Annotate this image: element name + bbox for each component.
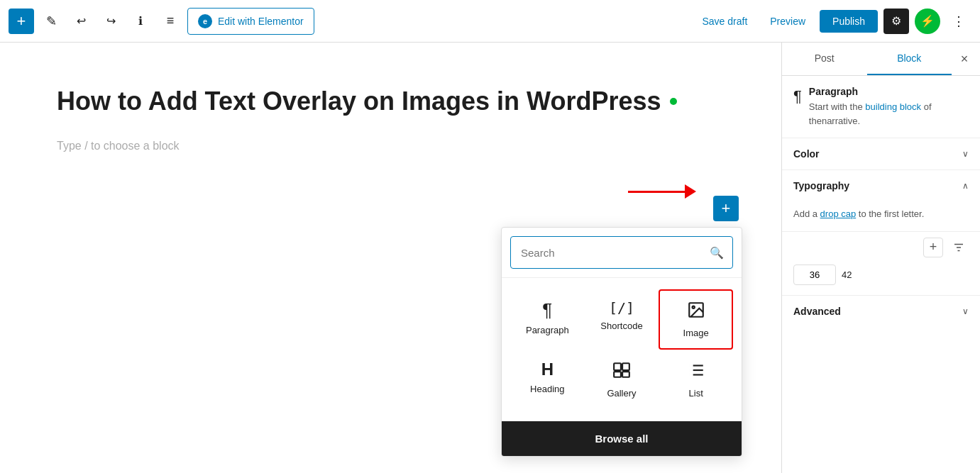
info-button[interactable]: ℹ — [128, 9, 153, 34]
svg-rect-5 — [622, 372, 629, 377]
arrow-head — [685, 184, 696, 199]
color-section-header[interactable]: Color ∨ — [782, 138, 980, 169]
typography-section-header[interactable]: Typography ∧ — [782, 170, 980, 201]
info-icon: ℹ — [138, 14, 143, 28]
sidebar-content: ¶ Paragraph Start with the building bloc… — [782, 76, 980, 473]
image-block-icon — [687, 301, 705, 322]
settings-button[interactable]: ⚙ — [883, 9, 909, 34]
redo-button[interactable]: ↪ — [98, 9, 123, 34]
placeholder-text: Type / to choose a block — [57, 140, 180, 152]
block-grid: ¶ Paragraph [/] Shortcode — [502, 278, 742, 421]
shortcode-block-icon: [/] — [609, 301, 634, 315]
block-item-list[interactable]: List — [659, 350, 733, 410]
typography-controls: + 42 — [782, 232, 980, 295]
arrow-indicator — [628, 184, 696, 199]
main-toolbar: + ✎ ↩ ↪ ℹ ≡ e Edit with Elementor Save d… — [0, 0, 980, 43]
add-typography-button[interactable]: + — [923, 238, 943, 257]
right-sidebar: Post Block × ¶ Paragraph Start with the … — [781, 43, 980, 473]
block-item-image[interactable]: Image — [659, 289, 733, 350]
drop-cap-description: Add a drop cap to the first letter. — [793, 207, 969, 221]
para-desc-end: narrative. — [822, 116, 860, 126]
main-layout: How to Add Text Overlay on Images in Wor… — [0, 43, 980, 473]
lightning-button[interactable]: ⚡ — [915, 9, 940, 34]
browse-all-button[interactable]: Browse all — [502, 421, 742, 456]
add-block-inline-button[interactable]: + — [713, 196, 739, 221]
arrow-line — [628, 191, 685, 193]
sidebar-close-button[interactable]: × — [952, 46, 977, 72]
heading-block-label: Heading — [530, 384, 564, 394]
lightning-icon: ⚡ — [920, 14, 935, 28]
typography-chevron-icon: ∧ — [962, 181, 969, 191]
save-draft-button[interactable]: Save draft — [693, 10, 756, 33]
paragraph-info-text: Paragraph Start with the building block … — [809, 86, 969, 128]
publish-button[interactable]: Publish — [820, 10, 878, 33]
pencil-icon: ✎ — [46, 13, 57, 29]
paragraph-icon: ¶ — [793, 87, 802, 106]
block-item-gallery[interactable]: Gallery — [585, 350, 659, 410]
filter-typography-button[interactable] — [949, 238, 969, 257]
gear-icon: ⚙ — [891, 14, 901, 28]
color-section: Color ∨ — [782, 138, 980, 170]
advanced-chevron-icon: ∨ — [962, 306, 969, 316]
undo-icon: ↩ — [77, 14, 86, 28]
block-search-area: 🔍 — [502, 228, 742, 278]
search-submit-button[interactable]: 🔍 — [701, 237, 732, 268]
preview-button[interactable]: Preview — [761, 10, 814, 33]
add-block-toolbar-button[interactable]: + — [9, 9, 34, 34]
search-icon: 🔍 — [710, 246, 724, 260]
pencil-icon-button[interactable]: ✎ — [38, 9, 64, 34]
tab-block[interactable]: Block — [867, 43, 952, 75]
gallery-block-icon — [612, 361, 631, 382]
list-block-icon — [687, 361, 705, 382]
post-title-text: How to Add Text Overlay on Images in Wor… — [57, 85, 661, 118]
toolbar-left-group: + ✎ ↩ ↪ ℹ ≡ e Edit with Elementor — [9, 8, 689, 35]
paragraph-block-info: ¶ Paragraph Start with the building bloc… — [782, 76, 980, 138]
sidebar-tabs: Post Block × — [782, 43, 980, 76]
more-options-button[interactable]: ⋮ — [946, 9, 971, 34]
block-placeholder[interactable]: Type / to choose a block — [57, 140, 725, 152]
heading-block-icon: H — [541, 361, 554, 378]
svg-rect-2 — [614, 363, 621, 370]
typography-section-title: Typography — [793, 180, 849, 191]
typography-section: Typography ∧ Add a drop cap to the first… — [782, 170, 980, 296]
title-dot — [670, 98, 677, 105]
more-icon: ⋮ — [952, 13, 965, 29]
block-type-popup: 🔍 ¶ Paragraph [/] Shortcode — [501, 227, 742, 457]
undo-button[interactable]: ↩ — [68, 9, 94, 34]
redo-icon: ↪ — [106, 14, 116, 28]
toolbar-right-group: Save draft Preview Publish ⚙ ⚡ ⋮ — [693, 9, 971, 34]
advanced-section[interactable]: Advanced ∨ — [782, 296, 980, 327]
typography-buttons: + — [923, 238, 969, 257]
color-section-title: Color — [793, 148, 820, 160]
paragraph-block-icon: ¶ — [542, 301, 552, 319]
font-size-input[interactable] — [793, 265, 836, 285]
elementor-icon: e — [198, 14, 212, 28]
para-desc-middle: of — [921, 101, 931, 112]
advanced-section-title: Advanced — [793, 306, 841, 317]
color-chevron-icon: ∨ — [962, 149, 969, 159]
paragraph-block-label: Paragraph — [526, 325, 569, 335]
font-size-row: 42 — [793, 265, 969, 285]
svg-rect-3 — [622, 363, 629, 370]
paragraph-block-title: Paragraph — [809, 86, 969, 97]
typography-section-body: Add a drop cap to the first letter. — [782, 201, 980, 231]
para-desc-start: Start with the — [809, 101, 865, 112]
block-item-paragraph[interactable]: ¶ Paragraph — [510, 289, 585, 350]
tab-post[interactable]: Post — [782, 43, 867, 75]
edit-elementor-label: Edit with Elementor — [218, 16, 304, 27]
drop-cap-link[interactable]: drop cap — [820, 208, 857, 219]
block-search-input[interactable] — [511, 240, 701, 266]
block-item-heading[interactable]: H Heading — [510, 350, 585, 410]
block-item-shortcode[interactable]: [/] Shortcode — [585, 289, 659, 350]
svg-point-1 — [692, 306, 694, 308]
editor-area: How to Add Text Overlay on Images in Wor… — [0, 43, 781, 473]
list-view-button[interactable]: ≡ — [158, 9, 183, 34]
image-block-label: Image — [683, 328, 709, 338]
typography-row: + — [793, 238, 969, 257]
font-size-value: 42 — [842, 269, 852, 280]
paragraph-block-description: Start with the building block of thenarr… — [809, 100, 969, 128]
para-desc-highlight: building block — [865, 101, 921, 112]
list-block-label: List — [689, 388, 703, 399]
edit-elementor-button[interactable]: e Edit with Elementor — [187, 8, 314, 35]
gallery-block-label: Gallery — [607, 388, 636, 399]
